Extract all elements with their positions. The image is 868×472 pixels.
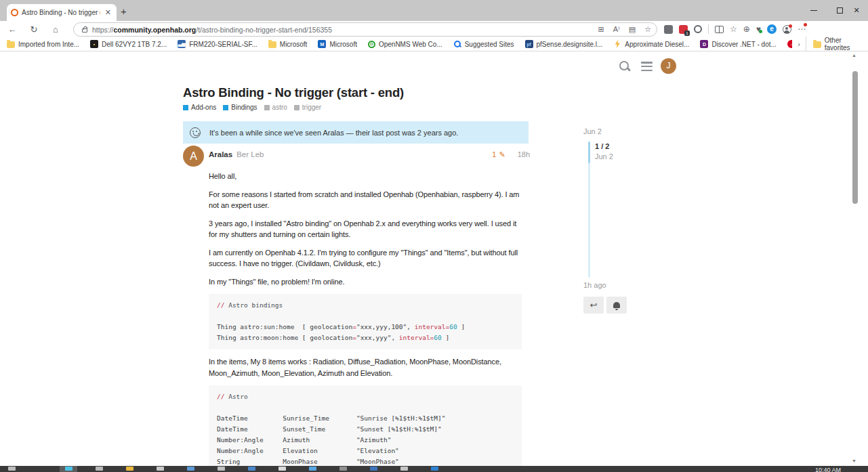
lock-icon[interactable] — [82, 28, 87, 33]
taskbar-app-icon[interactable] — [8, 467, 16, 471]
edge-logo-icon[interactable]: e — [767, 24, 777, 34]
edit-count[interactable]: 1 — [492, 150, 496, 158]
address-bar[interactable]: https://community.openhab.org/t/astro-bi… — [73, 22, 657, 37]
code-line: // Astro bindings — [217, 300, 514, 311]
window-minimize-button[interactable] — [801, 0, 827, 21]
bookmark-item[interactable]: pfpfSense.designsite.l... — [525, 40, 603, 48]
bookmark-item[interactable]: ◦Support Document... — [787, 40, 793, 48]
bookmark-item[interactable]: ▪Dell 62VY2 1TB 7.2... — [90, 40, 167, 48]
post-age[interactable]: 18h — [518, 150, 530, 158]
read-aloud-icon[interactable]: A⁾ — [613, 25, 620, 34]
bookmarks-overflow-chevron[interactable]: › — [798, 41, 800, 48]
forum-user-avatar[interactable]: J — [661, 58, 676, 74]
page-scrollbar[interactable]: ▲ ▼ — [849, 51, 861, 466]
bookmark-item[interactable]: Imported from Inte... — [7, 40, 79, 48]
topic-tags-row: Add-onsBindingsastrotrigger — [183, 104, 321, 111]
topic-title: Astro Binding - No trigger (start - end) — [183, 85, 404, 100]
collections-icon[interactable]: ⊕ — [743, 24, 750, 34]
profile-alert-dot — [789, 24, 792, 28]
split-screen-icon[interactable] — [715, 26, 724, 33]
timeline-handle[interactable] — [588, 142, 590, 163]
taskbar-app-icon[interactable] — [248, 467, 255, 471]
taskbar-app-icon[interactable] — [96, 467, 103, 471]
taskbar-app-icon[interactable] — [187, 467, 194, 471]
scrollbar-down-arrow[interactable]: ▼ — [852, 458, 856, 463]
add-favorite-star-icon[interactable]: ☆ — [644, 25, 651, 34]
topic-tag[interactable]: astro — [264, 104, 287, 111]
bookmark-item[interactable]: OOpenNMS Web Co... — [368, 41, 442, 48]
code-block-items[interactable]: // Astro DateTime Sunrise_Time "Sunrise … — [209, 385, 522, 466]
taskbar-app-icon[interactable] — [370, 467, 377, 471]
pencil-icon[interactable]: ✎ — [499, 150, 505, 159]
bookmark-searchic-icon — [453, 40, 461, 48]
extension-badge-count: 1 — [684, 30, 690, 36]
post-author-avatar[interactable]: AralasA — [183, 146, 204, 167]
bookmark-circle-icon: ◦ — [787, 40, 793, 48]
bookmarks-bar: Imported from Inte...▪Dell 62VY2 1TB 7.2… — [0, 37, 868, 51]
bookmark-label: Suggested Sites — [465, 41, 514, 48]
bookmark-label: FRM220-SERIAL-SF... — [189, 41, 257, 48]
timeline-buttons: ↩ — [583, 297, 627, 314]
windows-taskbar[interactable]: 10:40 AM — [0, 466, 868, 472]
favorites-icon[interactable]: ☆ — [730, 24, 737, 34]
profile-avatar-icon[interactable] — [783, 25, 791, 34]
new-tab-button[interactable]: + — [121, 5, 127, 17]
topic-tag[interactable]: trigger — [294, 104, 321, 111]
extension-icon[interactable] — [664, 25, 673, 34]
post-author-name[interactable]: Aralas — [209, 150, 232, 158]
other-favorites-button[interactable]: Other favorites — [806, 37, 861, 51]
window-close-button[interactable]: ✕ — [844, 0, 868, 21]
tag-label: Bindings — [231, 104, 257, 111]
reply-button[interactable]: ↩ — [583, 297, 604, 314]
immersive-reader-icon[interactable]: ▤ — [629, 25, 636, 34]
bookmark-item[interactable]: Approximate Diesel... — [613, 40, 689, 48]
forum-menu-icon[interactable] — [641, 62, 653, 71]
taskbar-app-icon[interactable] — [339, 467, 347, 471]
forum-search-icon[interactable] — [619, 60, 631, 72]
taskbar-app-icon[interactable] — [309, 467, 316, 471]
tab-close-icon[interactable]: ✕ — [104, 8, 112, 17]
code-line: Number:Angle Elevation "Elevation" — [217, 446, 514, 456]
taskbar-app-icon[interactable] — [157, 467, 164, 471]
topic-tag[interactable]: Bindings — [223, 104, 257, 111]
post-paragraph: I am currently on Openhab 4.1.2. I'm try… — [209, 247, 534, 270]
bookmark-tile-icon: pf — [525, 40, 533, 48]
bookmark-item[interactable]: Suggested Sites — [453, 40, 514, 48]
browser-tab[interactable]: Astro Binding - No trigger (start ✕ — [7, 4, 117, 21]
bookmark-label: pfSense.designsite.l... — [537, 41, 603, 48]
back-button[interactable]: ← — [4, 21, 20, 37]
timeline-start-date[interactable]: Jun 2 — [583, 127, 602, 135]
extension-ring-icon[interactable] — [694, 25, 702, 33]
taskbar-app-icon[interactable] — [126, 467, 133, 471]
extension-badge-icon[interactable]: 1 — [679, 25, 688, 34]
refresh-button[interactable]: ↻ — [26, 21, 42, 37]
bookmark-item[interactable]: Microsoft — [268, 40, 308, 48]
taskbar-app-icon[interactable] — [65, 467, 73, 471]
post-between-text: In the items, My 8 items works : Radiati… — [209, 356, 534, 379]
bookmark-item[interactable]: DDiscover .NET - dot... — [700, 40, 776, 48]
url-text[interactable]: https://community.openhab.org/t/astro-bi… — [92, 26, 589, 34]
code-line: Number:Angle Azimuth "Azimuth" — [217, 435, 514, 446]
tag-label: Add-ons — [191, 104, 216, 111]
home-button[interactable]: ⌂ — [47, 21, 64, 37]
bookmark-item[interactable]: MMicrosoft — [318, 40, 357, 48]
scrollbar-up-arrow[interactable]: ▲ — [852, 53, 856, 58]
taskbar-app-icon[interactable] — [431, 467, 438, 471]
taskbar-app-icon[interactable] — [400, 467, 408, 471]
code-line — [217, 311, 514, 322]
code-block-things[interactable]: // Astro bindings Thing astro:sun:home [… — [209, 294, 522, 349]
timeline-last-activity[interactable]: 1h ago — [583, 281, 606, 289]
bookmark-label: Approximate Diesel... — [625, 41, 689, 48]
taskbar-clock: 10:40 AM — [815, 467, 841, 472]
topic-tag[interactable]: Add-ons — [183, 104, 216, 111]
taskbar-app-icon[interactable] — [218, 467, 225, 471]
browser-essentials-icon[interactable]: ♥ — [756, 24, 761, 34]
settings-more-icon[interactable]: ⋯ — [798, 24, 806, 34]
apps-grid-icon[interactable]: ⊞ — [598, 25, 604, 34]
bookmark-item[interactable]: ▃▅FRM220-SERIAL-SF... — [178, 40, 257, 48]
scrollbar-thumb[interactable] — [852, 71, 858, 204]
tag-square-icon — [264, 105, 270, 110]
bookmark-label: OpenNMS Web Co... — [379, 41, 442, 48]
taskbar-app-icon[interactable] — [278, 467, 286, 471]
notifications-bell-button[interactable] — [606, 297, 627, 314]
